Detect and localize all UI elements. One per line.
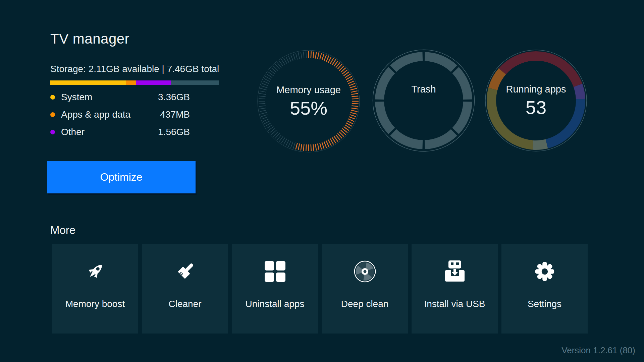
storage-summary: Storage: 2.11GB available | 7.46GB total <box>50 64 219 74</box>
usb-icon <box>412 260 498 283</box>
legend-row-system: System 3.36GB <box>50 93 190 102</box>
trash-gauge[interactable]: Trash <box>370 47 477 154</box>
tile-label: Cleaner <box>142 299 228 309</box>
tile-deep-clean[interactable]: Deep clean <box>322 244 408 334</box>
tile-label: Deep clean <box>322 299 408 309</box>
system-color-dot <box>50 95 55 100</box>
running-apps-gauge[interactable]: Running apps 53 <box>482 47 590 154</box>
memory-usage-gauge[interactable]: Memory usage 55% <box>255 48 362 155</box>
legend-label: Other <box>61 127 85 137</box>
tile-label: Memory boost <box>52 299 138 309</box>
legend-row-other: Other 1.56GB <box>50 127 190 137</box>
other-color-dot <box>50 130 55 134</box>
apps-color-dot <box>50 112 55 117</box>
brush-icon <box>142 260 228 283</box>
legend-label: System <box>61 92 92 103</box>
storage-bar-segment-free <box>171 80 219 85</box>
legend-label: Apps & app data <box>61 109 130 120</box>
tile-install-via-usb[interactable]: Install via USB <box>412 244 498 334</box>
storage-bar-segment-other <box>136 80 171 85</box>
storage-bar-segment-apps <box>126 80 136 85</box>
gear-icon <box>501 260 588 283</box>
version-text: Version 1.2.61 (80) <box>561 345 635 356</box>
memory-usage-value: 55% <box>290 98 327 119</box>
grid-icon <box>232 260 318 283</box>
tile-label: Uninstall apps <box>232 299 318 309</box>
trash-label: Trash <box>411 84 436 95</box>
tile-label: Install via USB <box>412 299 498 309</box>
storage-legend: System 3.36GB Apps & app data 437MB Othe… <box>50 93 190 145</box>
legend-value: 1.56GB <box>158 127 190 137</box>
storage-usage-bar <box>50 80 219 85</box>
legend-value: 437MB <box>160 109 190 120</box>
optimize-button[interactable]: Optimize <box>47 161 196 193</box>
more-tiles: Memory boost Cleaner <box>52 244 588 334</box>
disc-icon <box>322 260 408 283</box>
tile-label: Settings <box>501 299 588 309</box>
rocket-icon <box>52 260 138 283</box>
storage-bar-segment-system <box>50 80 126 85</box>
legend-row-apps: Apps & app data 437MB <box>50 110 190 119</box>
more-heading: More <box>50 224 75 237</box>
running-apps-label: Running apps <box>506 84 566 95</box>
tile-uninstall-apps[interactable]: Uninstall apps <box>232 244 318 334</box>
running-apps-value: 53 <box>526 97 546 118</box>
tile-settings[interactable]: Settings <box>501 244 588 334</box>
tile-memory-boost[interactable]: Memory boost <box>52 244 138 334</box>
memory-usage-label: Memory usage <box>276 84 341 95</box>
legend-value: 3.36GB <box>158 92 190 103</box>
page-title: TV manager <box>50 31 129 47</box>
tile-cleaner[interactable]: Cleaner <box>142 244 228 334</box>
